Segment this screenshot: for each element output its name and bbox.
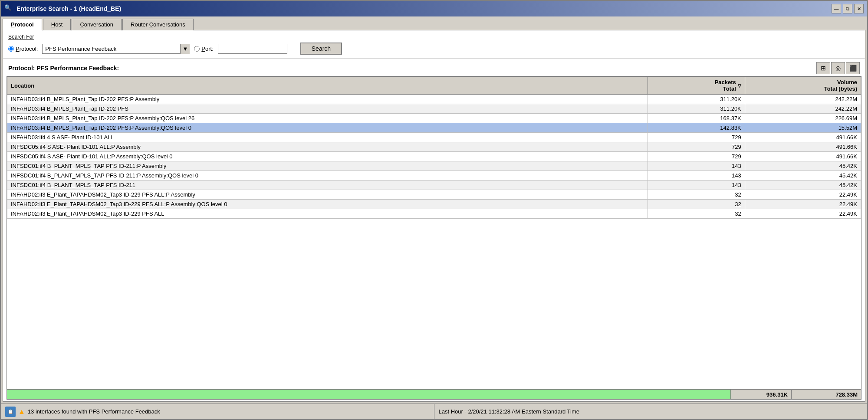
cell-location: INFAHD03:if4 B_MPLS_Plant_Tap ID-202 PFS…	[7, 123, 648, 133]
protocol-select-wrapper: PFS Performance Feedback TCP UDP HTTP HT…	[42, 44, 190, 54]
view-button[interactable]: ◎	[831, 62, 845, 74]
port-input[interactable]	[218, 44, 287, 54]
table-row[interactable]: INFSDC05:if4 S ASE- Plant ID-101 ALL:P A…	[7, 152, 861, 161]
status-right-message: Last Hour - 2/20/21 11:32:28 AM Eastern …	[439, 408, 579, 415]
table-row[interactable]: INFAHD03:if4 B_MPLS_Plant_Tap ID-202 PFS…	[7, 114, 861, 123]
cell-packets: 311.20K	[648, 95, 745, 104]
cell-location: INFSDC01:if4 B_PLANT_MPLS_TAP PFS ID-211…	[7, 161, 648, 171]
table-header-row: Location PacketsTotal ▽ VolumeTotal (byt…	[7, 77, 861, 95]
cell-packets: 729	[648, 152, 745, 161]
table-row[interactable]: INFAHD02:if3 E_Plant_TAPAHDSM02_Tap3 ID-…	[7, 190, 861, 200]
table-row[interactable]: INFAHD02:if3 E_Plant_TAPAHDSM02_Tap3 ID-…	[7, 209, 861, 219]
cell-location: INFSDC01:if4 B_PLANT_MPLS_TAP PFS ID-211	[7, 180, 648, 190]
cell-packets: 142.83K	[648, 123, 745, 133]
cell-location: INFAHD03:if4 4 S ASE- Plant ID-101 ALL	[7, 133, 648, 142]
warning-icon: ▲	[18, 408, 25, 416]
cell-volume: 22.49K	[745, 190, 861, 200]
main-window: 🔍 Enterprise Search - 1 (HeadEnd_BE) — ⧉…	[0, 0, 868, 420]
table-row[interactable]: INFSDC01:if4 B_PLANT_MPLS_TAP PFS ID-211…	[7, 171, 861, 180]
cell-volume: 242.22M	[745, 95, 861, 104]
tab-router-conversations[interactable]: Router Conversations	[122, 19, 194, 30]
cell-volume: 45.42K	[745, 180, 861, 190]
tab-conversation[interactable]: Conversation	[72, 19, 122, 30]
cell-volume: 491.66K	[745, 133, 861, 142]
results-header: Protocol: PFS Performance Feedback: ⊞ ◎ …	[3, 59, 865, 76]
cell-packets: 32	[648, 200, 745, 209]
protocol-radio[interactable]	[8, 46, 14, 52]
close-button[interactable]: ✕	[854, 4, 864, 13]
cell-packets: 168.37K	[648, 114, 745, 123]
cell-volume: 45.42K	[745, 161, 861, 171]
status-left-message: 13 interfaces found with PFS Performance…	[28, 408, 160, 415]
protocol-select[interactable]: PFS Performance Feedback TCP UDP HTTP HT…	[42, 44, 190, 54]
search-controls: Protocol: PFS Performance Feedback TCP U…	[8, 43, 860, 55]
cell-packets: 143	[648, 161, 745, 171]
results-table-container[interactable]: Location PacketsTotal ▽ VolumeTotal (byt…	[7, 76, 861, 390]
totals-progress-bar	[7, 390, 731, 399]
cell-packets: 143	[648, 180, 745, 190]
title-bar-left: 🔍 Enterprise Search - 1 (HeadEnd_BE)	[4, 4, 121, 13]
content-area: Search For Protocol: PFS Performance Fee…	[3, 30, 865, 402]
title-bar: 🔍 Enterprise Search - 1 (HeadEnd_BE) — ⧉…	[1, 1, 867, 16]
cell-volume: 226.69M	[745, 114, 861, 123]
table-body: INFAHD03:if4 B_MPLS_Plant_Tap ID-202 PFS…	[7, 95, 861, 219]
cell-location: INFAHD03:if4 B_MPLS_Plant_Tap ID-202 PFS…	[7, 114, 648, 123]
cell-location: INFAHD03:if4 B_MPLS_Plant_Tap ID-202 PFS…	[7, 95, 648, 104]
results-table: Location PacketsTotal ▽ VolumeTotal (byt…	[7, 76, 861, 219]
cell-location: INFAHD02:if3 E_Plant_TAPAHDSM02_Tap3 ID-…	[7, 200, 648, 209]
cell-packets: 311.20K	[648, 104, 745, 114]
cell-location: INFAHD03:if4 B_MPLS_Plant_Tap ID-202 PFS	[7, 104, 648, 114]
totals-packets: 936.31K	[731, 390, 792, 399]
table-row[interactable]: INFAHD03:if4 B_MPLS_Plant_Tap ID-202 PFS…	[7, 123, 861, 133]
cell-volume: 242.22M	[745, 104, 861, 114]
window-title: Enterprise Search - 1 (HeadEnd_BE)	[16, 5, 121, 12]
cell-volume: 491.66K	[745, 152, 861, 161]
status-right: Last Hour - 2/20/21 11:32:28 AM Eastern …	[434, 404, 868, 419]
search-section: Search For Protocol: PFS Performance Fee…	[3, 30, 865, 59]
cell-volume: 15.52M	[745, 123, 861, 133]
status-bar: 📋 ▲ 13 interfaces found with PFS Perform…	[1, 404, 867, 419]
sort-arrow-icon: ▽	[738, 83, 741, 88]
grid-view-button[interactable]: ⊞	[816, 62, 830, 74]
cell-packets: 729	[648, 133, 745, 142]
app-icon: 🔍	[4, 4, 13, 13]
restore-button[interactable]: ⧉	[843, 4, 852, 13]
cell-volume: 22.49K	[745, 200, 861, 209]
table-row[interactable]: INFSDC05:if4 S ASE- Plant ID-101 ALL:P A…	[7, 142, 861, 152]
window-controls: — ⧉ ✕	[832, 4, 864, 13]
status-left: 📋 ▲ 13 interfaces found with PFS Perform…	[1, 404, 434, 419]
table-row[interactable]: INFSDC01:if4 B_PLANT_MPLS_TAP PFS ID-211…	[7, 161, 861, 171]
cell-packets: 32	[648, 209, 745, 219]
port-radio-label[interactable]: Port:	[194, 46, 213, 52]
minimize-button[interactable]: —	[832, 4, 841, 13]
port-radio[interactable]	[194, 46, 200, 52]
column-header-packets[interactable]: PacketsTotal ▽	[648, 77, 745, 95]
column-header-volume[interactable]: VolumeTotal (bytes)	[745, 77, 861, 95]
tab-protocol[interactable]: Protocol	[3, 19, 42, 30]
table-row[interactable]: INFSDC01:if4 B_PLANT_MPLS_TAP PFS ID-211…	[7, 180, 861, 190]
table-row[interactable]: INFAHD03:if4 4 S ASE- Plant ID-101 ALL72…	[7, 133, 861, 142]
search-for-label: Search For	[8, 34, 860, 40]
totals-row: 936.31K 728.33M	[7, 390, 861, 400]
table-row[interactable]: INFAHD02:if3 E_Plant_TAPAHDSM02_Tap3 ID-…	[7, 200, 861, 209]
cell-packets: 729	[648, 142, 745, 152]
cell-location: INFAHD02:if3 E_Plant_TAPAHDSM02_Tap3 ID-…	[7, 190, 648, 200]
cell-location: INFAHD02:if3 E_Plant_TAPAHDSM02_Tap3 ID-…	[7, 209, 648, 219]
search-button[interactable]: Search	[300, 43, 342, 55]
cell-location: INFSDC05:if4 S ASE- Plant ID-101 ALL:P A…	[7, 142, 648, 152]
results-toolbar: ⊞ ◎ ⬛	[816, 62, 860, 74]
column-header-location[interactable]: Location	[7, 77, 648, 95]
cell-volume: 491.66K	[745, 142, 861, 152]
table-row[interactable]: INFAHD03:if4 B_MPLS_Plant_Tap ID-202 PFS…	[7, 104, 861, 114]
status-icon: 📋	[5, 407, 16, 417]
tab-host[interactable]: Host	[43, 19, 71, 30]
table-row[interactable]: INFAHD03:if4 B_MPLS_Plant_Tap ID-202 PFS…	[7, 95, 861, 104]
cell-location: INFSDC01:if4 B_PLANT_MPLS_TAP PFS ID-211…	[7, 171, 648, 180]
results-title: Protocol: PFS Performance Feedback:	[8, 65, 119, 72]
tab-bar: Protocol Host Conversation Router Conver…	[1, 16, 867, 30]
protocol-radio-label[interactable]: Protocol:	[8, 46, 38, 52]
totals-volume: 728.33M	[792, 390, 861, 399]
cell-volume: 22.49K	[745, 209, 861, 219]
cell-packets: 32	[648, 190, 745, 200]
export-button[interactable]: ⬛	[846, 62, 860, 74]
